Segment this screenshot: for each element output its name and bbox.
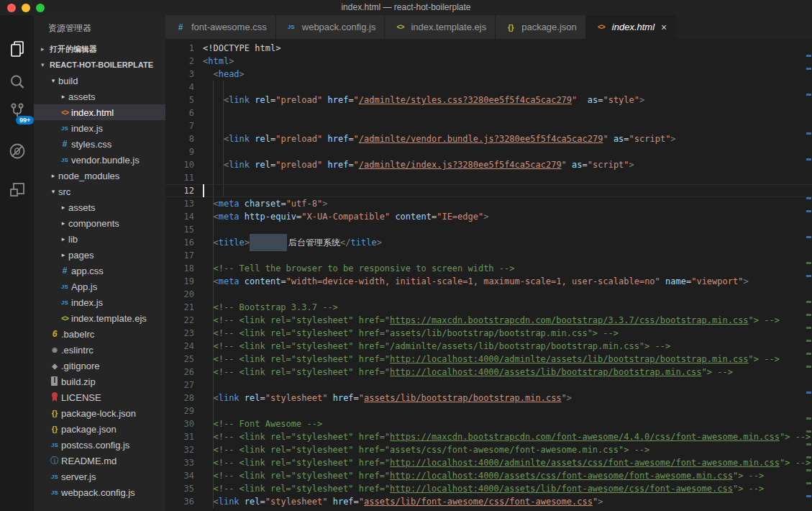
code-line-4[interactable]: 4 [165,81,812,94]
tree-file-index.js[interactable]: JSindex.js [34,120,165,136]
code-line-30[interactable]: 30 <!-- Font Awesome --> [165,417,812,430]
tab-index.template.ejs[interactable]: <>index.template.ejs [385,15,496,39]
tree-file-.gitignore[interactable]: ◈.gitignore [34,358,165,374]
tree-file-package.json[interactable]: {}package.json [34,421,165,437]
line-number: 16 [165,236,194,249]
tree-folder-build[interactable]: ▾build [34,73,165,89]
code-line-26[interactable]: 26 <!-- <link rel="stylesheet" href="htt… [165,366,812,379]
tree-item-label: styles.css [71,139,111,150]
code-line-22[interactable]: 22 <!-- <link rel="stylesheet" href="htt… [165,314,812,327]
code-line-25[interactable]: 25 <!-- <link rel="stylesheet" href="htt… [165,353,812,366]
code-line-2[interactable]: 2<html> [165,55,812,68]
source-control-icon[interactable]: 99+ [0,99,34,123]
tree-item-label: index.template.ejs [71,313,147,324]
code-line-35[interactable]: 35 <!-- <link rel="stylesheet" href="htt… [165,482,812,495]
tree-folder-pages[interactable]: ▸pages [34,247,165,263]
code-line-20[interactable]: 20 [165,288,812,301]
tab-font-awesome.css[interactable]: #font-awesome.css [165,15,276,39]
code-line-12[interactable]: 12 [165,184,812,197]
zoom-window-button[interactable] [36,4,45,12]
tree-file-README.md[interactable]: ⓘREADME.md [34,453,165,469]
line-number: 3 [165,68,194,81]
tab-package.json[interactable]: {}package.json [496,15,586,39]
line-number: 33 [165,456,194,469]
css-icon: # [58,266,71,276]
tab-webpack.config.js[interactable]: JSwebpack.config.js [276,15,386,39]
project-root-section[interactable]: ▾ REACT-HOT-BOILERPLATE [34,57,165,73]
tab-index.html[interactable]: <>index.html× [586,15,676,39]
tree-file-.babelrc[interactable]: 6.babelrc [34,326,165,342]
code-line-23[interactable]: 23 <!-- <link rel="stylesheet" href="ass… [165,327,812,340]
tree-file-index.html[interactable]: <>index.html [34,104,165,120]
tree-file-build.zip[interactable]: build.zip [34,374,165,389]
code-line-28[interactable]: 28 <link rel="stylesheet" href="assets/l… [165,392,812,404]
code-line-18[interactable]: 18 <!-- Tell the browser to be responsiv… [165,262,812,275]
code-line-11[interactable]: 11 [165,171,812,184]
line-number: 31 [165,430,194,443]
tree-folder-src[interactable]: ▾src [34,184,165,199]
tree-folder-assets[interactable]: ▸assets [34,89,165,104]
tree-file-app.css[interactable]: #app.css [34,263,165,279]
editor[interactable]: 1<!DOCTYPE html>2<html>3 <head>45 <link … [165,39,812,511]
tree-file-App.js[interactable]: JSApp.js [34,279,165,294]
tree-file-index.template.ejs[interactable]: <>index.template.ejs [34,310,165,326]
tree-file-package-lock.json[interactable]: {}package-lock.json [34,405,165,421]
open-editors-section[interactable]: ▸ 打开的编辑器 [34,41,165,57]
code-line-10[interactable]: 10 <link rel="preload" href="/adminlte/i… [165,158,812,171]
tree-file-postcss.config.js[interactable]: JSpostcss.config.js [34,437,165,453]
code-line-8[interactable]: 8 <link rel="preload" href="/adminlte/ve… [165,132,812,145]
tree-file-styles.css[interactable]: #styles.css [34,136,165,152]
code-line-14[interactable]: 14 <meta http-equiv="X-UA-Compatible" co… [165,210,812,223]
code-line-36[interactable]: 36 <link rel="stylesheet" href="assets/l… [165,495,812,508]
tree-folder-lib[interactable]: ▸lib [34,231,165,247]
code-line-7[interactable]: 7 [165,119,812,132]
tree-file-.eslintrc[interactable]: ◉.eslintrc [34,342,165,358]
tree-folder-components[interactable]: ▸components [34,215,165,231]
tab-bar: #font-awesome.cssJSwebpack.config.js<>in… [165,15,812,39]
code-line-13[interactable]: 13 <meta charset="utf-8"> [165,197,812,210]
code-line-9[interactable]: 9 [165,145,812,158]
close-icon[interactable]: × [661,22,667,32]
code-line-6[interactable]: 6 [165,107,812,119]
code-line-32[interactable]: 32 <!-- <link rel="stylesheet" href="ass… [165,443,812,456]
debug-icon[interactable] [0,139,34,163]
tree-item-label: package.json [61,424,117,435]
tree-folder-node_modules[interactable]: ▸node_modules [34,168,165,184]
code-line-21[interactable]: 21 <!-- Bootstrap 3.3.7 --> [165,301,812,314]
tree-file-vendor.bundle.js[interactable]: JSvendor.bundle.js [34,152,165,168]
code-line-17[interactable]: 17 [165,249,812,262]
code-line-31[interactable]: 31 <!-- <link rel="stylesheet" href="htt… [165,430,812,443]
code-line-27[interactable]: 27 [165,379,812,392]
code-line-16[interactable]: 16 <title>后台管理系统</title> [165,236,812,249]
tree-item-label: package-lock.json [61,408,136,419]
code-line-19[interactable]: 19 <meta content="width=device-width, in… [165,275,812,288]
code-line-1[interactable]: 1<!DOCTYPE html> [165,42,812,55]
tree-folder-assets[interactable]: ▸assets [34,199,165,215]
extensions-icon[interactable] [0,178,34,202]
ruler-mark [806,197,811,199]
code-line-5[interactable]: 5 <link rel="preload" href="/adminlte/st… [165,94,812,107]
traffic-lights [7,4,45,12]
line-number: 20 [165,288,194,301]
code-line-33[interactable]: 33 <!-- <link rel="stylesheet" href="htt… [165,456,812,469]
code-line-29[interactable]: 29 [165,404,812,417]
close-window-button[interactable] [7,4,16,12]
tree-file-LICENSE[interactable]: LICENSE [34,389,165,405]
tree-file-webpack.config.js[interactable]: JSwebpack.config.js [34,484,165,500]
line-number: 9 [165,145,194,158]
window-title: index.html — react-hot-boilerplate [0,0,812,15]
chevron-right-icon: ▸ [58,204,68,211]
chevron-right-icon: ▸ [58,235,68,243]
explorer-icon[interactable] [0,37,34,61]
code-area[interactable]: 1<!DOCTYPE html>2<html>3 <head>45 <link … [165,39,812,511]
code-line-34[interactable]: 34 <!-- <link rel="stylesheet" href="htt… [165,469,812,482]
minimize-window-button[interactable] [22,4,30,12]
overview-ruler[interactable] [806,39,812,511]
tree-file-server.js[interactable]: JSserver.js [34,469,165,484]
tree-file-index.js[interactable]: JSindex.js [34,294,165,310]
project-root-label: REACT-HOT-BOILERPLATE [50,60,153,69]
search-icon[interactable] [0,70,34,94]
code-line-24[interactable]: 24 <!-- <link rel="stylesheet" href="/ad… [165,340,812,353]
scm-badge: 99+ [16,116,34,125]
code-line-3[interactable]: 3 <head> [165,68,812,81]
